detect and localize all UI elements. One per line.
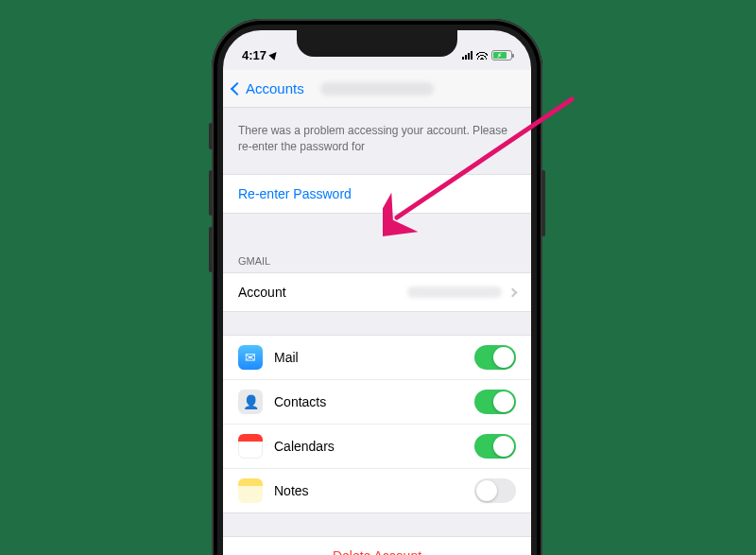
status-time: 4:17 xyxy=(242,48,266,62)
mail-icon: ✉ xyxy=(238,345,263,370)
service-row-notes: Notes xyxy=(223,469,531,513)
cellular-signal-icon xyxy=(462,51,472,60)
chevron-left-icon xyxy=(231,81,244,95)
side-button xyxy=(209,123,213,149)
service-label: Calendars xyxy=(274,439,463,454)
phone-screen: 4:17 ⚡︎ Accounts xyxy=(223,30,531,555)
charging-icon: ⚡︎ xyxy=(497,52,502,59)
services-group: ✉Mail👤ContactsCalendarsNotes xyxy=(223,335,531,513)
phone-device-frame: 4:17 ⚡︎ Accounts xyxy=(212,19,542,555)
account-value-redacted xyxy=(407,286,502,298)
navigation-bar: Accounts xyxy=(223,70,531,108)
volume-down-button xyxy=(209,227,213,272)
reenter-password-row[interactable]: Re-enter Password xyxy=(223,174,531,214)
delete-account-label: Delete Account xyxy=(333,548,421,555)
service-row-calendars: Calendars xyxy=(223,425,531,469)
back-button[interactable]: Accounts xyxy=(232,80,304,96)
service-label: Notes xyxy=(274,483,463,498)
wifi-icon xyxy=(476,51,488,60)
service-row-mail: ✉Mail xyxy=(223,335,531,380)
power-button xyxy=(541,170,545,236)
calendars-toggle[interactable] xyxy=(474,434,516,459)
calendars-icon xyxy=(238,434,263,459)
contacts-icon: 👤 xyxy=(238,390,263,414)
contacts-toggle[interactable] xyxy=(474,390,516,414)
notch xyxy=(297,30,457,57)
service-row-contacts: 👤Contacts xyxy=(223,380,531,425)
gmail-section-header: GMAIL xyxy=(223,236,531,272)
mail-toggle[interactable] xyxy=(474,345,516,370)
account-row-label: Account xyxy=(238,285,286,300)
account-row[interactable]: Account xyxy=(223,272,531,312)
back-label: Accounts xyxy=(246,80,304,96)
notes-icon xyxy=(238,478,263,503)
chevron-right-icon xyxy=(508,287,518,297)
account-error-message: There was a problem accessing your accou… xyxy=(223,108,531,174)
location-icon xyxy=(268,49,279,60)
battery-icon: ⚡︎ xyxy=(491,50,512,61)
notes-toggle[interactable] xyxy=(474,478,516,503)
service-label: Mail xyxy=(274,350,463,365)
reenter-password-label: Re-enter Password xyxy=(238,186,352,201)
volume-up-button xyxy=(209,170,213,216)
service-label: Contacts xyxy=(274,394,463,409)
delete-account-button[interactable]: Delete Account xyxy=(223,536,531,555)
nav-title-redacted xyxy=(320,82,434,95)
